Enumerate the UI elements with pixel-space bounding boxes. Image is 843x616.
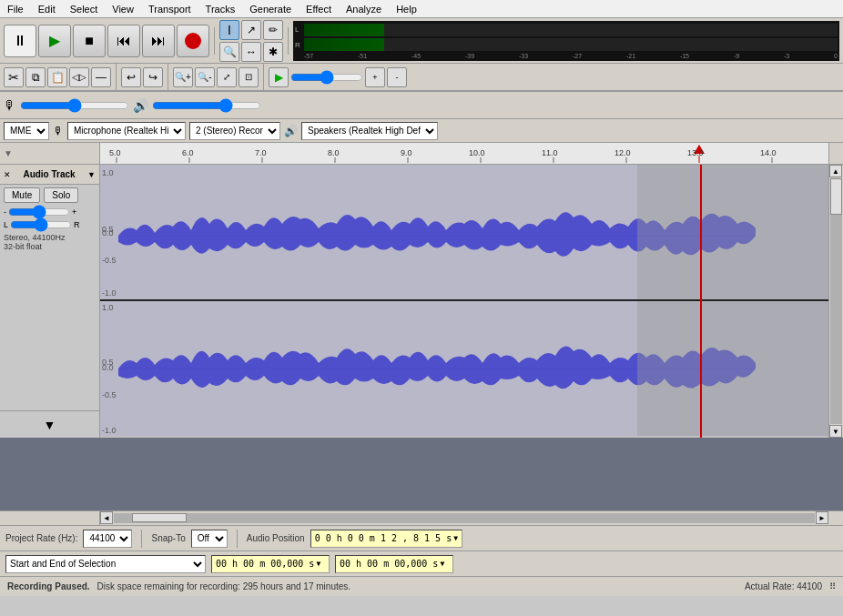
menu-transport[interactable]: Transport bbox=[141, 2, 198, 16]
skip-end-icon: ⏭ bbox=[151, 33, 166, 49]
svg-text:1.0: 1.0 bbox=[102, 303, 114, 312]
menu-select[interactable]: Select bbox=[63, 2, 106, 16]
play-icon: ▶ bbox=[49, 32, 60, 49]
menu-edit[interactable]: Edit bbox=[31, 2, 63, 16]
zoom-out-button[interactable]: 🔍- bbox=[195, 67, 215, 87]
copy-button[interactable]: ⧉ bbox=[25, 67, 46, 87]
separator-3 bbox=[116, 64, 117, 91]
menu-analyze[interactable]: Analyze bbox=[339, 2, 389, 16]
scroll-up-button[interactable]: ▲ bbox=[829, 165, 842, 177]
multi-tool-button[interactable]: ✱ bbox=[263, 42, 283, 62]
playback-zoom-out[interactable]: - bbox=[387, 67, 407, 87]
svg-text:-1.0: -1.0 bbox=[102, 288, 117, 298]
play-button[interactable]: ▶ bbox=[38, 25, 71, 57]
track-sample-rate: Stereo, 44100Hz bbox=[4, 233, 96, 242]
ruler-marks-area[interactable]: 5.0 6.0 7.0 8.0 9.0 10.0 11.0 12.0 13.0 … bbox=[100, 143, 828, 164]
v-scroll-track[interactable] bbox=[830, 178, 842, 424]
resize-handle[interactable]: ⠿ bbox=[829, 581, 836, 591]
mic-device-select[interactable]: Microphone (Realtek High bbox=[67, 122, 186, 140]
audio-position-display[interactable]: 0 0 h 0 0 m 1 2 , 8 1 5 s ▼ bbox=[310, 530, 462, 548]
track-dropdown-button[interactable]: ▼ bbox=[87, 170, 96, 179]
timeshift-tool-button[interactable]: ↔ bbox=[241, 42, 261, 62]
stop-button[interactable]: ■ bbox=[73, 25, 106, 57]
menu-file[interactable]: File bbox=[0, 2, 31, 16]
menu-tracks[interactable]: Tracks bbox=[198, 2, 243, 16]
project-rate-select[interactable]: 44100 bbox=[83, 530, 132, 548]
envelope-tool-button[interactable]: ↗ bbox=[241, 20, 261, 40]
mute-button[interactable]: Mute bbox=[4, 187, 40, 203]
horizontal-scrollbar[interactable]: ◄ ► bbox=[0, 510, 843, 525]
track-expand-button[interactable]: ▼ bbox=[0, 410, 99, 438]
track-bit-depth: 32-bit float bbox=[4, 242, 96, 251]
speaker-device-select[interactable]: Speakers (Realtek High Defi bbox=[301, 122, 438, 140]
mic-volume-slider[interactable] bbox=[20, 100, 129, 111]
v-scroll-thumb[interactable] bbox=[830, 178, 842, 215]
pause-button[interactable]: ⏸ bbox=[4, 25, 36, 57]
svg-text:9.0: 9.0 bbox=[401, 148, 412, 157]
channels-select[interactable]: 2 (Stereo) Recor bbox=[189, 122, 280, 140]
zoom-sel-button[interactable]: ⊡ bbox=[239, 67, 259, 87]
menu-effect[interactable]: Effect bbox=[299, 2, 339, 16]
selection-tool-button[interactable]: I bbox=[219, 20, 239, 40]
vertical-scrollbar[interactable]: ▲ ▼ bbox=[828, 165, 843, 438]
zoom-fit-icon: ⤢ bbox=[223, 72, 230, 82]
vu-meter: L R -57-51-45-39-33-27-21-15-9-30 bbox=[293, 21, 839, 61]
selection-mode-select[interactable]: Start and End of Selection bbox=[5, 555, 206, 573]
track-controls-panel: ✕ Audio Track ▼ Mute Solo - + L R Stereo… bbox=[0, 165, 100, 438]
undo-button[interactable]: ↩ bbox=[121, 67, 141, 87]
cut-button[interactable]: ✂ bbox=[4, 67, 24, 87]
zoom-fit-button[interactable]: ⤢ bbox=[217, 67, 237, 87]
stop-icon: ■ bbox=[85, 33, 94, 49]
audio-position-dropdown-btn[interactable]: ▼ bbox=[453, 534, 458, 542]
recording-status: Recording Paused. bbox=[7, 581, 90, 591]
zoom-tool-button[interactable]: 🔍 bbox=[219, 42, 239, 62]
svg-text:8.0: 8.0 bbox=[328, 148, 340, 157]
record-button[interactable] bbox=[177, 25, 209, 57]
status-sep-2 bbox=[237, 530, 238, 548]
mic-icon: 🎙 bbox=[4, 98, 16, 113]
pan-right-label: R bbox=[74, 220, 80, 229]
empty-area bbox=[0, 438, 843, 510]
svg-text:1.0: 1.0 bbox=[102, 168, 114, 177]
solo-button[interactable]: Solo bbox=[44, 187, 78, 203]
scroll-down-button[interactable]: ▼ bbox=[829, 425, 842, 438]
zoom-icon: 🔍 bbox=[223, 45, 237, 58]
h-scroll-thumb[interactable] bbox=[132, 513, 187, 522]
waveform-area[interactable]: 1.0 0.5 0.0 -0.5 -1.0 1.0 0.5 0.0 -0.5 -… bbox=[100, 165, 828, 438]
timeline-ruler: ▼ 5.0 6.0 7.0 8.0 9.0 10.0 11.0 12.0 13.… bbox=[0, 143, 843, 165]
paste-button[interactable]: 📋 bbox=[47, 67, 67, 87]
scroll-right-button[interactable]: ► bbox=[816, 511, 828, 524]
playback-zoom-in[interactable]: + bbox=[365, 67, 385, 87]
svg-text:14.0: 14.0 bbox=[760, 148, 777, 157]
playback-play-button[interactable]: ▶ bbox=[269, 67, 289, 87]
track-close-button[interactable]: ✕ bbox=[4, 170, 11, 179]
silence-icon: — bbox=[96, 71, 107, 84]
silence-button[interactable]: — bbox=[91, 67, 111, 87]
selection-end-display[interactable]: 00 h 00 m 00,000 s ▼ bbox=[335, 555, 453, 573]
zoom-in-button[interactable]: 🔍+ bbox=[173, 67, 193, 87]
speaker-volume-slider[interactable] bbox=[152, 100, 261, 111]
svg-rect-23 bbox=[100, 299, 828, 301]
scroll-left-button[interactable]: ◄ bbox=[100, 511, 113, 524]
pan-slider[interactable] bbox=[10, 220, 72, 229]
selection-start-dropdown[interactable]: ▼ bbox=[316, 560, 320, 568]
h-scroll-track[interactable] bbox=[114, 513, 815, 523]
selection-start-display[interactable]: 00 h 00 m 00,000 s ▼ bbox=[211, 555, 330, 573]
skip-start-button[interactable]: ⏮ bbox=[107, 25, 140, 57]
waveform-svg: 1.0 0.5 0.0 -0.5 -1.0 1.0 0.5 0.0 -0.5 -… bbox=[100, 165, 828, 438]
playback-speed-slider[interactable] bbox=[290, 72, 363, 83]
snap-to-select[interactable]: Off bbox=[191, 530, 228, 548]
svg-text:-1.0: -1.0 bbox=[102, 426, 117, 435]
menu-help[interactable]: Help bbox=[389, 2, 424, 16]
api-select[interactable]: MME bbox=[4, 122, 49, 140]
menu-view[interactable]: View bbox=[105, 2, 141, 16]
redo-button[interactable]: ↪ bbox=[143, 67, 163, 87]
svg-text:12.0: 12.0 bbox=[614, 148, 631, 157]
trim-button[interactable]: ◁▷ bbox=[69, 67, 89, 87]
selection-end-dropdown[interactable]: ▼ bbox=[440, 560, 444, 568]
gain-slider[interactable] bbox=[8, 207, 70, 217]
vu-scale: -57-51-45-39-33-27-21-15-9-30 bbox=[295, 53, 838, 59]
menu-generate[interactable]: Generate bbox=[242, 2, 299, 16]
skip-end-button[interactable]: ⏭ bbox=[142, 25, 175, 57]
draw-tool-button[interactable]: ✏ bbox=[263, 20, 283, 40]
